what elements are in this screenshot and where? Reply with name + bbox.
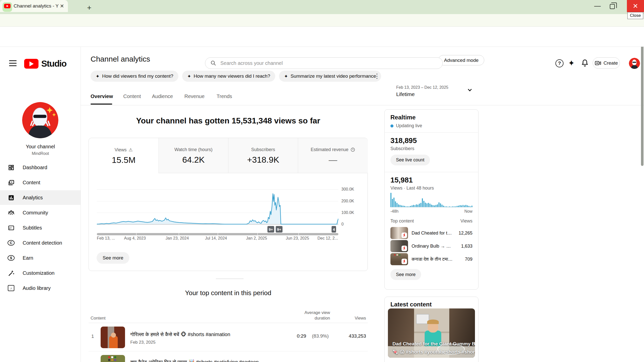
advanced-mode-button[interactable]: Advanced mode xyxy=(438,55,484,65)
channel-avatar[interactable] xyxy=(22,102,58,138)
x-axis-tick: Dec 12, 2... xyxy=(317,236,338,241)
realtime-content-row[interactable]: कनाडा देश के तीन टमाटर बि... 709 xyxy=(390,253,472,265)
views-line-chart[interactable] xyxy=(97,171,338,225)
y-axis-tick: 300.0K xyxy=(341,187,354,192)
chart-annotation-badge[interactable]: 9+ xyxy=(267,226,274,233)
browser-toolbar: ← → ↻ studio.youtube.com/channel/UCFcYRP… xyxy=(0,14,644,27)
x-axis-tick: Jun 23, 2025 xyxy=(286,236,309,241)
divider xyxy=(384,132,478,133)
sidebar-item-dashboard[interactable]: Dashboard xyxy=(0,160,80,175)
search-placeholder: Search across your channel xyxy=(220,60,283,66)
sidebar-item-content[interactable]: Content xyxy=(0,175,80,190)
ai-sparkle-icon[interactable]: ✦ xyxy=(568,58,575,68)
help-icon[interactable]: ? xyxy=(555,59,564,67)
video-title: कनाडा देश के तीन टमाटर बि... xyxy=(412,257,453,262)
sidebar-item-earn[interactable]: $ Earn xyxy=(0,251,80,265)
sparkle-icon: ✦ xyxy=(284,73,288,79)
tab-overview[interactable]: Overview xyxy=(91,94,113,99)
see-more-button[interactable]: See more xyxy=(390,269,421,280)
tab-trends[interactable]: Trends xyxy=(217,94,232,99)
youtube-logo[interactable] xyxy=(24,59,38,69)
realtime-bar-chart[interactable] xyxy=(390,192,472,207)
page-scrollbar[interactable] xyxy=(641,28,643,166)
sidebar-item-label: Community xyxy=(23,210,48,216)
metric-tab-watch-time[interactable]: Watch time (hours) 64.2K xyxy=(158,138,228,173)
chart-annotation-badge[interactable]: 9+ xyxy=(276,226,283,233)
realtime-subscribers-value: 318,895 xyxy=(390,137,417,145)
tab-audience[interactable]: Audience xyxy=(152,94,173,99)
live-dot-icon xyxy=(390,124,393,127)
chips-overflow-menu-icon[interactable]: ⋮ xyxy=(374,72,380,80)
window-minimize-button[interactable]: — xyxy=(594,2,601,10)
video-title[interactable]: क्या कैरेट अमेरिका फिर हो पाएगा 🤯 #short… xyxy=(130,359,259,362)
top-content-title: Your top content in this period xyxy=(89,289,368,297)
content-icon xyxy=(8,179,15,186)
sidebar-item-audio-library[interactable]: ♪ Audio library xyxy=(0,281,80,295)
timeline-scrubber[interactable] xyxy=(97,233,338,235)
window-close-button[interactable]: ✕ xyxy=(627,0,644,12)
hamburger-menu-icon[interactable] xyxy=(9,60,17,66)
latest-video-thumbnail[interactable]: Dad Cheated for the Giant Gummy Bear! 🍬 … xyxy=(388,308,475,358)
sidebar-item-label: Analytics xyxy=(23,195,43,201)
see-live-count-button[interactable]: See live count xyxy=(390,155,430,165)
realtime-axis: -48h Now xyxy=(390,209,472,214)
realtime-content-row[interactable]: Ordinary Bulb → 🌌 Gala... 1,633 xyxy=(390,240,472,252)
realtime-status: Updating live xyxy=(390,123,422,128)
studio-header: Studio Search across your channel ? ✦ Cr… xyxy=(0,27,644,47)
sidebar-item-community[interactable]: Community xyxy=(0,205,80,220)
date-range-picker[interactable]: Feb 13, 2023 – Dec 12, 2025 Lifetime xyxy=(396,85,462,97)
video-thumbnail[interactable] xyxy=(101,327,125,348)
sparkle-icon: ✦ xyxy=(96,73,100,79)
metric-tab-views[interactable]: Views⚠ 15.5M xyxy=(89,138,158,173)
chevron-down-icon[interactable] xyxy=(468,89,471,91)
sidebar-item-label: Content xyxy=(23,180,40,186)
column-header-duration: Average view xyxy=(295,310,330,315)
video-thumbnail xyxy=(390,253,408,265)
tab-content[interactable]: Content xyxy=(123,94,141,99)
realtime-views-value: 15,981 xyxy=(390,176,413,184)
metric-tab-subscribers[interactable]: Subscribers +318.9K xyxy=(228,138,298,173)
row-rank: 1 xyxy=(91,334,94,339)
sidebar-item-customization[interactable]: Customization xyxy=(0,266,80,280)
sidebar-item-subtitles[interactable]: Subtitles xyxy=(0,220,80,235)
customization-icon xyxy=(8,269,15,277)
realtime-content-row[interactable]: Dad Cheated for the Gia... 12,265 xyxy=(390,227,472,239)
latest-content-title: Latest content xyxy=(390,301,432,308)
metric-value: +318.9K xyxy=(228,155,298,165)
chart-annotation-badge[interactable]: 4 xyxy=(332,226,336,233)
create-button[interactable]: Create xyxy=(593,57,620,69)
studio-search-input[interactable]: Search across your channel xyxy=(205,57,443,69)
chip-summarize-performance[interactable]: ✦ Summarize my latest video performance xyxy=(279,71,381,82)
studio-account-avatar[interactable] xyxy=(629,58,640,69)
chip-new-viewers[interactable]: ✦ How many new viewers did I reach? xyxy=(182,71,275,82)
copyright-icon: C xyxy=(8,239,15,246)
warning-icon: ⚠ xyxy=(129,147,133,153)
sidebar-item-content-detection[interactable]: C Content detection xyxy=(0,236,80,250)
sidebar-item-label: Subtitles xyxy=(23,225,42,231)
studio-wordmark[interactable]: Studio xyxy=(41,59,66,69)
y-axis-tick: 200.0K xyxy=(341,199,354,203)
tab-revenue[interactable]: Revenue xyxy=(184,94,205,99)
earn-icon: $ xyxy=(8,254,15,261)
metric-tab-estimated-revenue[interactable]: Estimated revenue — xyxy=(298,138,368,173)
y-axis-tick: 100.0K xyxy=(341,210,354,215)
notifications-bell-icon[interactable] xyxy=(581,59,589,68)
sidebar-item-analytics[interactable]: Analytics xyxy=(0,190,80,205)
see-more-button[interactable]: See more xyxy=(97,252,129,264)
section-divider xyxy=(216,279,244,279)
new-tab-button[interactable]: + xyxy=(87,4,92,12)
sparkle-icon: ✦ xyxy=(187,73,191,79)
video-thumbnail[interactable] xyxy=(101,355,125,362)
chip-how-viewers-found[interactable]: ✦ How did viewers find my content? xyxy=(91,71,178,82)
shorts-badge-icon xyxy=(401,246,407,251)
chip-label: Summarize my latest video performance xyxy=(291,73,376,79)
window-restore-button[interactable] xyxy=(610,4,615,9)
views-value: 433,253 xyxy=(341,333,366,339)
video-title[interactable]: गोरिल्ला के हमले से कैसे बचें 🐵 #shorts … xyxy=(130,331,230,337)
video-date: Feb 23, 2025 xyxy=(130,340,155,345)
tab-close-icon[interactable]: ✕ xyxy=(60,3,64,9)
y-axis-tick: 0 xyxy=(341,222,344,227)
column-header-duration: duration xyxy=(295,316,330,321)
channel-title: Your channel xyxy=(0,144,81,150)
create-label: Create xyxy=(603,60,618,66)
